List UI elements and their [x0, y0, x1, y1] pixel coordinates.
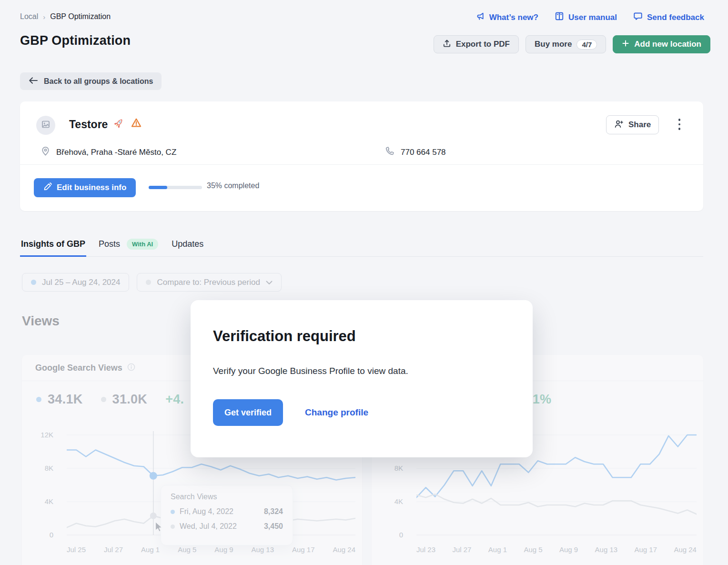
- pencil-icon: [43, 182, 52, 193]
- arrow-left-icon: [29, 77, 38, 86]
- tooltip-row: Wed, Jul 4, 2022 3,450: [171, 522, 283, 531]
- business-phone-row: 770 664 578: [385, 146, 446, 158]
- mouse-cursor: [155, 522, 162, 534]
- tab-posts[interactable]: Posts With AI: [98, 232, 159, 256]
- progress-fill: [149, 186, 167, 189]
- top-links: What’s new? User manual Send feedback: [476, 11, 704, 23]
- change-profile-link[interactable]: Change profile: [305, 407, 368, 418]
- business-address: Břehová, Praha -Staré Město, CZ: [56, 148, 176, 157]
- current-value: 34.1K: [48, 392, 83, 407]
- x-tick-label: Jul 27: [452, 545, 471, 554]
- change-value: +4.: [165, 392, 184, 407]
- y-tick-label: 0: [399, 531, 403, 539]
- back-to-groups-button[interactable]: Back to all groups & locations: [20, 72, 162, 90]
- page-title: GBP Optimization: [20, 33, 131, 48]
- modal-title: Verification required: [213, 328, 356, 345]
- edit-business-info-button[interactable]: Edit business info: [34, 178, 136, 197]
- info-icon[interactable]: [127, 363, 135, 373]
- tab-bar: Insights of GBP Posts With AI Updates: [20, 232, 703, 257]
- date-range-picker[interactable]: Jul 25 – Aug 24, 2024: [22, 273, 129, 292]
- rocket-icon: [113, 117, 125, 131]
- x-tick-label: Aug 24: [674, 545, 697, 554]
- x-tick-label: Aug 13: [251, 545, 274, 554]
- user-manual-link[interactable]: User manual: [555, 11, 617, 23]
- x-tick-label: Aug 5: [178, 545, 196, 554]
- x-tick-label: Jul 25: [67, 545, 86, 554]
- breadcrumb-local[interactable]: Local: [20, 12, 38, 21]
- x-tick-label: Aug 1: [488, 545, 507, 554]
- x-tick-label: Jul 23: [416, 545, 435, 554]
- buy-more-button[interactable]: Buy more 4/7: [526, 35, 606, 53]
- warning-icon[interactable]: [131, 117, 142, 131]
- x-tick-label: Aug 5: [524, 545, 542, 554]
- chart-tooltip: Search Views Fri, Aug 4, 2022 8,324 Wed,…: [161, 485, 293, 545]
- verification-modal: Verification required Verify your Google…: [191, 300, 533, 457]
- y-tick-label: 4K: [394, 497, 403, 505]
- gbp-optimization-page: { "breadcrumb": { "root": "Local", "curr…: [0, 0, 728, 565]
- plus-icon: [622, 40, 629, 50]
- modal-actions: Get verified Change profile: [213, 399, 368, 426]
- previous-series-dot: [101, 397, 106, 402]
- x-tick-label: Aug 1: [141, 545, 160, 554]
- business-avatar: [36, 116, 55, 135]
- x-axis: Jul 25Jul 27Aug 1Aug 5Aug 9Aug 13Aug 17A…: [67, 545, 355, 554]
- x-axis: Jul 23Jul 27Aug 1Aug 5Aug 9Aug 13Aug 17A…: [416, 545, 697, 554]
- chart-title: Google Search Views: [35, 363, 122, 373]
- tooltip-title: Search Views: [171, 493, 283, 501]
- modal-body: Verify your Google Business Profile to v…: [213, 366, 408, 376]
- quota-badge: 4/7: [576, 40, 597, 50]
- compare-period-select[interactable]: Compare to: Previous period: [137, 273, 281, 292]
- chevron-down-icon: [266, 278, 273, 287]
- business-card: Testore Břehová, Praha -Staré Město, CZ …: [20, 101, 703, 211]
- business-name-row: Testore: [69, 117, 142, 131]
- x-tick-label: Aug 9: [559, 545, 578, 554]
- filters-row: Jul 25 – Aug 24, 2024 Compare to: Previo…: [22, 273, 282, 292]
- x-tick-label: Aug 9: [214, 545, 233, 554]
- chart-legend: 34.1K 31.0K +4.: [36, 392, 184, 407]
- previous-series-dot: [171, 525, 175, 529]
- send-feedback-link[interactable]: Send feedback: [633, 11, 704, 23]
- previous-value: 31.0K: [112, 392, 148, 407]
- phone-icon: [385, 146, 394, 158]
- chevron-right-icon: ›: [43, 13, 45, 21]
- y-tick-label: 4K: [45, 497, 53, 505]
- current-series-dot: [36, 397, 41, 402]
- location-pin-icon: [41, 146, 50, 159]
- person-plus-icon: [614, 120, 624, 131]
- x-tick-label: Aug 17: [634, 545, 657, 554]
- share-button[interactable]: Share: [606, 115, 659, 134]
- breadcrumb: Local › GBP Optimization: [20, 12, 111, 21]
- x-tick-label: Aug 17: [292, 545, 315, 554]
- card-divider: [20, 164, 703, 165]
- megaphone-icon: [476, 12, 485, 23]
- get-verified-button[interactable]: Get verified: [213, 399, 283, 426]
- export-pdf-button[interactable]: Export to PDF: [434, 35, 519, 53]
- image-placeholder-icon: [41, 120, 51, 131]
- business-address-row: Břehová, Praha -Staré Město, CZ: [41, 146, 176, 159]
- progress-label: 35% completed: [207, 182, 259, 190]
- y-tick-label: 8K: [45, 464, 53, 472]
- kebab-menu-icon[interactable]: [672, 114, 687, 135]
- business-phone: 770 664 578: [401, 148, 446, 157]
- book-icon: [555, 11, 564, 23]
- add-new-location-button[interactable]: Add new location: [613, 35, 710, 53]
- upload-icon: [443, 39, 451, 50]
- business-name: Testore: [69, 118, 108, 131]
- x-tick-label: Aug 24: [333, 545, 355, 554]
- breadcrumb-current: GBP Optimization: [50, 12, 111, 21]
- current-series-dot: [171, 510, 175, 514]
- whats-new-link[interactable]: What’s new?: [476, 12, 538, 23]
- y-axis: 12K8K4K0: [26, 431, 60, 541]
- current-period-dot: [31, 280, 36, 285]
- tab-insights-of-gbp[interactable]: Insights of GBP: [20, 232, 86, 256]
- tooltip-row: Fri, Aug 4, 2022 8,324: [171, 507, 283, 516]
- tab-updates[interactable]: Updates: [171, 232, 204, 256]
- section-title-views: Views: [22, 313, 60, 329]
- chat-bubble-icon: [633, 11, 643, 23]
- x-tick-label: Jul 27: [104, 545, 123, 554]
- y-tick-label: 8K: [394, 464, 403, 472]
- previous-period-dot: [146, 280, 151, 285]
- with-ai-badge: With AI: [127, 239, 158, 250]
- header-actions: Export to PDF Buy more 4/7 Add new locat…: [434, 35, 710, 53]
- x-tick-label: Aug 13: [595, 545, 618, 554]
